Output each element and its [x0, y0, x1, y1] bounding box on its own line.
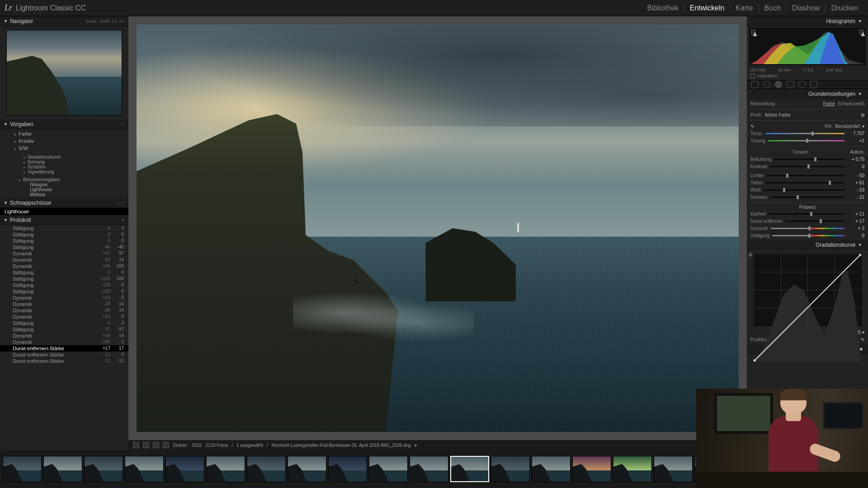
- exposure-value[interactable]: + 0,75: [847, 157, 864, 162]
- remove-snapshot-icon[interactable]: −: [117, 201, 119, 205]
- view-before-after-button[interactable]: [163, 442, 169, 448]
- presets-header[interactable]: ▼ Vorgaben ＋: [0, 119, 128, 129]
- preset-item[interactable]: Lighthouse: [4, 187, 125, 192]
- profile-grid-icon[interactable]: ⊞: [861, 113, 864, 117]
- filmstrip-thumb[interactable]: [410, 456, 448, 482]
- history-row[interactable]: Dunst entfernen-Stärke-11-11: [0, 358, 128, 364]
- highlights-value[interactable]: - 50: [847, 173, 864, 178]
- filmstrip-thumb[interactable]: [572, 456, 611, 482]
- view-loupe-button[interactable]: [133, 442, 139, 448]
- preset-item[interactable]: Melissa: [4, 192, 125, 197]
- preset-group[interactable]: Kreativ: [4, 137, 125, 145]
- dehaze-slider[interactable]: [785, 221, 844, 222]
- contrast-value[interactable]: 0: [847, 164, 864, 169]
- treatment-bw[interactable]: Schwarzweiß: [838, 101, 864, 106]
- clarity-slider[interactable]: [769, 213, 844, 215]
- module-develop[interactable]: Entwickeln: [684, 4, 730, 12]
- preset-group[interactable]: Körnung: [4, 160, 125, 164]
- tint-slider[interactable]: [768, 140, 844, 141]
- checkbox-icon[interactable]: [750, 74, 755, 78]
- snapshot-item[interactable]: Lighthouse: [0, 208, 128, 215]
- exposure-slider[interactable]: [774, 159, 844, 160]
- preset-group[interactable]: Schärfen: [4, 164, 125, 169]
- filmstrip-thumb[interactable]: [491, 456, 530, 482]
- vibrance-slider[interactable]: [771, 228, 844, 229]
- history-row[interactable]: Sättigung-1000: [0, 282, 128, 288]
- history-row[interactable]: Sättigung-97-97: [0, 326, 128, 333]
- clarity-value[interactable]: + 11: [847, 211, 864, 216]
- temp-value[interactable]: 7.707: [847, 131, 864, 136]
- contrast-slider[interactable]: [770, 166, 844, 167]
- module-book[interactable]: Buch: [759, 4, 787, 12]
- tone-curve[interactable]: [753, 253, 862, 326]
- zoom-1to1[interactable]: 1:1: [112, 19, 118, 23]
- radial-tool-icon[interactable]: [798, 81, 806, 88]
- zoom-3to1[interactable]: 3:1: [119, 19, 125, 23]
- vibrance-value[interactable]: + 2: [847, 226, 864, 231]
- filmstrip-thumb[interactable]: [125, 456, 164, 482]
- eyedropper-icon[interactable]: ✎: [750, 124, 754, 129]
- filmstrip-thumb[interactable]: [369, 456, 408, 482]
- history-row[interactable]: Dynamik-1000: [0, 339, 128, 345]
- history-row[interactable]: Sättigung-1000: [0, 288, 128, 295]
- filmstrip-thumb[interactable]: [532, 456, 571, 482]
- history-row[interactable]: Sättigung-30: [0, 231, 128, 238]
- view-grid-button[interactable]: [153, 442, 159, 448]
- module-library[interactable]: Bibliothek: [642, 4, 684, 12]
- shadows-slider[interactable]: [765, 182, 844, 183]
- history-row[interactable]: Dunst entfernen-Stärke+1717: [0, 345, 128, 352]
- history-row[interactable]: Dynamik-8814: [0, 307, 128, 314]
- filmstrip-thumb[interactable]: [43, 456, 82, 482]
- history-row[interactable]: Sättigung-30: [0, 238, 128, 244]
- blacks-value[interactable]: - 31: [847, 195, 864, 200]
- image-canvas[interactable]: ↖: [137, 24, 739, 432]
- filmstrip-thumb[interactable]: [206, 456, 245, 482]
- history-row[interactable]: Dynamik-8314: [0, 257, 128, 263]
- preset-group[interactable]: Gradationskurve: [4, 155, 125, 160]
- spot-tool-icon[interactable]: [763, 81, 770, 88]
- history-row[interactable]: Dynamik+140: [0, 314, 128, 320]
- curve-header[interactable]: Gradationskurve ▼: [747, 240, 868, 250]
- history-row[interactable]: Dunst entfernen-Stärke-110: [0, 352, 128, 358]
- zoom-fit[interactable]: Einpa.: [86, 19, 98, 23]
- history-header[interactable]: ▼ Protokoll ✕: [0, 215, 128, 225]
- module-print[interactable]: Drucken: [826, 4, 863, 12]
- history-row[interactable]: Sättigung-33: [0, 225, 128, 231]
- target-adjust-icon[interactable]: ◎: [749, 252, 753, 257]
- filmstrip-thumb[interactable]: [288, 456, 326, 482]
- treatment-color[interactable]: Farbe: [823, 101, 835, 106]
- snapshots-header[interactable]: ▼ Schnappschüsse − ＋: [0, 198, 128, 208]
- module-slideshow[interactable]: Diashow: [787, 4, 826, 12]
- path-folder[interactable]: 2018: [192, 443, 202, 448]
- history-row[interactable]: Sättigung-33: [0, 320, 128, 326]
- clear-history-icon[interactable]: ✕: [121, 218, 125, 222]
- wb-dropdown[interactable]: Benutzerdef.: [835, 124, 861, 129]
- filmstrip-thumb[interactable]: [165, 456, 204, 482]
- profile-dropdown[interactable]: Adobe Farbe: [764, 113, 791, 117]
- add-snapshot-icon[interactable]: ＋: [121, 200, 125, 206]
- module-map[interactable]: Karte: [730, 4, 759, 12]
- preset-group[interactable]: S/W: [4, 145, 125, 152]
- saturation-slider[interactable]: [772, 235, 844, 236]
- temp-slider[interactable]: [765, 133, 844, 134]
- preset-item[interactable]: Glasgow: [4, 182, 125, 187]
- history-row[interactable]: Dynamik+9797: [0, 250, 128, 257]
- path-filename[interactable]: Hochzeit-Ludwigshafen-Full-Benkesser-26.…: [272, 443, 411, 448]
- history-row[interactable]: Dynamik-2814: [0, 301, 128, 307]
- blacks-slider[interactable]: [770, 197, 844, 198]
- filmstrip-thumb[interactable]: [247, 456, 286, 482]
- history-row[interactable]: Sättigung+100100: [0, 276, 128, 282]
- dehaze-value[interactable]: + 17: [847, 219, 864, 224]
- history-row[interactable]: Dynamik+140: [0, 295, 128, 301]
- navigator-header[interactable]: ▼ Navigator Einpa. Ausfü 1:1 3:1: [0, 16, 128, 26]
- history-row[interactable]: Sättigung00: [0, 269, 128, 276]
- basic-header[interactable]: Grundeinstellungen ▼: [747, 89, 868, 99]
- preset-group[interactable]: Farbe: [4, 130, 125, 137]
- history-row[interactable]: Dynamik+86100: [0, 263, 128, 269]
- shadows-value[interactable]: + 61: [847, 180, 864, 185]
- saturation-value[interactable]: 0: [847, 233, 864, 238]
- crop-tool-icon[interactable]: [751, 81, 759, 88]
- filmstrip-thumb[interactable]: [613, 456, 652, 482]
- add-preset-icon[interactable]: ＋: [121, 121, 125, 127]
- filmstrip-thumb[interactable]: [450, 456, 489, 482]
